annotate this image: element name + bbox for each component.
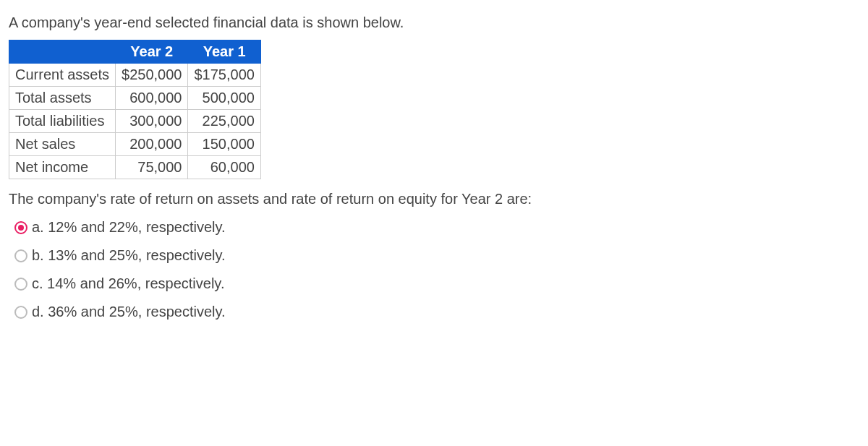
row-label: Net sales xyxy=(9,133,116,156)
option-label: d. 36% and 25%, respectively. xyxy=(32,304,226,320)
row-value-y2: $250,000 xyxy=(116,64,188,87)
option-a[interactable]: a. 12% and 22%, respectively. xyxy=(14,219,859,236)
table-row: Current assets $250,000 $175,000 xyxy=(9,64,261,87)
radio-icon xyxy=(14,249,27,262)
option-label: b. 13% and 25%, respectively. xyxy=(32,247,226,264)
table-row: Net sales 200,000 150,000 xyxy=(9,133,261,156)
row-value-y1: 150,000 xyxy=(188,133,260,156)
option-label: c. 14% and 26%, respectively. xyxy=(32,275,224,292)
question-intro: A company's year-end selected financial … xyxy=(9,14,859,31)
table-row: Total liabilities 300,000 225,000 xyxy=(9,110,261,133)
row-label: Net income xyxy=(9,156,116,179)
option-b[interactable]: b. 13% and 25%, respectively. xyxy=(14,247,859,264)
table-header-empty xyxy=(9,40,116,64)
question-prompt: The company's rate of return on assets a… xyxy=(9,191,859,207)
table-header-year2: Year 2 xyxy=(116,40,188,64)
row-value-y2: 200,000 xyxy=(116,133,188,156)
row-label: Total liabilities xyxy=(9,110,116,133)
radio-icon xyxy=(14,278,27,291)
table-row: Total assets 600,000 500,000 xyxy=(9,87,261,110)
row-value-y2: 75,000 xyxy=(116,156,188,179)
row-value-y2: 300,000 xyxy=(116,110,188,133)
option-d[interactable]: d. 36% and 25%, respectively. xyxy=(14,304,859,320)
option-c[interactable]: c. 14% and 26%, respectively. xyxy=(14,275,859,292)
row-value-y1: $175,000 xyxy=(188,64,260,87)
row-value-y1: 60,000 xyxy=(188,156,260,179)
financial-data-table: Year 2 Year 1 Current assets $250,000 $1… xyxy=(9,40,261,179)
row-value-y1: 500,000 xyxy=(188,87,260,110)
row-label: Total assets xyxy=(9,87,116,110)
radio-icon xyxy=(14,306,27,319)
radio-icon xyxy=(14,221,27,234)
row-value-y2: 600,000 xyxy=(116,87,188,110)
option-label: a. 12% and 22%, respectively. xyxy=(32,219,226,236)
table-header-year1: Year 1 xyxy=(188,40,260,64)
table-row: Net income 75,000 60,000 xyxy=(9,156,261,179)
answer-options: a. 12% and 22%, respectively. b. 13% and… xyxy=(14,219,859,320)
row-value-y1: 225,000 xyxy=(188,110,260,133)
row-label: Current assets xyxy=(9,64,116,87)
